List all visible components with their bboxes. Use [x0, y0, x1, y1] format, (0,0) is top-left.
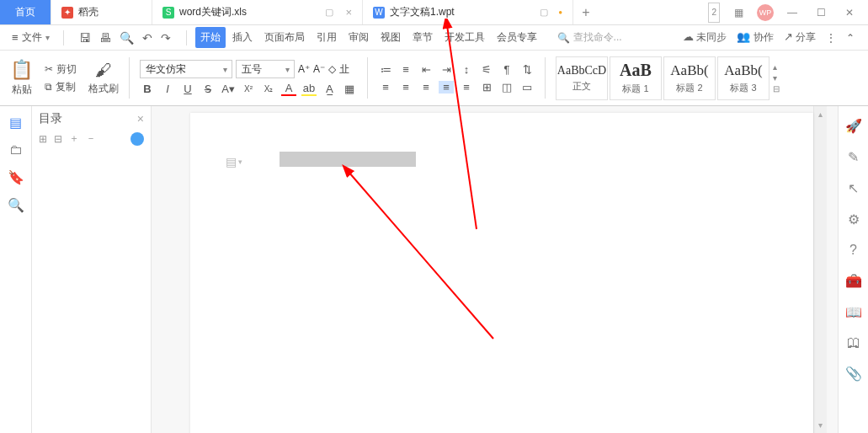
print-icon[interactable]: 🖶 [99, 31, 111, 45]
style-heading2[interactable]: AaBb( 标题 2 [663, 56, 716, 100]
strike-button[interactable]: S̶ [200, 83, 216, 95]
align-center-button[interactable]: ≡ [398, 81, 413, 94]
format-brush-button[interactable]: 🖌 格式刷 [88, 61, 119, 96]
book-icon[interactable]: 📖 [845, 304, 862, 320]
redo-icon[interactable]: ↷ [161, 31, 171, 45]
ribbon-tab-member[interactable]: 会员专享 [492, 27, 542, 48]
font-size-select[interactable]: 五号 [236, 60, 295, 78]
coop-button[interactable]: 👥 协作 [737, 30, 773, 45]
line-spacing-button[interactable]: ↕ [459, 63, 474, 76]
help-icon[interactable]: ? [849, 243, 857, 258]
superscript-button[interactable]: X² [241, 84, 256, 94]
file-menu[interactable]: ≡ 文件 ▾ [7, 28, 55, 47]
increase-font-button[interactable]: A⁺ [298, 63, 310, 75]
rocket-icon[interactable]: 🚀 [845, 118, 862, 134]
subscript-button[interactable]: X₂ [261, 84, 276, 94]
cut-button[interactable]: ✂剪切 [45, 62, 77, 77]
align-left-button[interactable]: ≡ [378, 81, 393, 94]
bullet-list-button[interactable]: ≔ [378, 63, 393, 76]
indent-dec-button[interactable]: ⇤ [418, 63, 434, 76]
show-marks-button[interactable]: ¶ [499, 63, 514, 76]
minimize-button[interactable]: — [782, 3, 802, 23]
translate-icon[interactable]: 🕮 [847, 335, 860, 350]
highlight-button[interactable]: ab [301, 82, 317, 96]
ribbon-tab-start[interactable]: 开始 [195, 27, 226, 48]
char-shading-button[interactable]: ▦ [342, 83, 357, 95]
align-justify-button[interactable]: ≡ [439, 81, 454, 94]
indent-inc-button[interactable]: ⇥ [439, 63, 454, 76]
text-direction-button[interactable]: ⇅ [519, 63, 535, 76]
sync-dot-icon[interactable] [130, 132, 144, 146]
style-scroll[interactable]: ▴ ▾ ⊟ [771, 61, 781, 95]
close-button[interactable]: ✕ [839, 3, 860, 23]
ribbon-tab-reference[interactable]: 引用 [312, 27, 342, 48]
border-button[interactable]: ▭ [519, 81, 535, 94]
bold-button[interactable]: B [140, 83, 155, 95]
scroll-down-icon[interactable]: ▾ [818, 420, 823, 430]
close-icon[interactable]: × [137, 112, 144, 126]
font-more-button[interactable]: A▾ [221, 83, 236, 95]
remove-icon[interactable]: － [86, 131, 96, 146]
grid-icon[interactable]: ▦ [728, 3, 748, 23]
font-color-button[interactable]: A [281, 82, 296, 96]
bookmark-icon[interactable]: 🗀 [9, 142, 23, 158]
save-icon[interactable]: 🖫 [79, 31, 91, 45]
char-border-button[interactable]: A̲ [322, 83, 337, 95]
tab-docer[interactable]: ✦ 稻壳 [51, 0, 152, 24]
number-list-button[interactable]: ≡ [398, 63, 413, 76]
distribute-button[interactable]: ≡ [459, 81, 474, 94]
align-right-button[interactable]: ≡ [418, 81, 434, 94]
expand-icon[interactable]: ⊞ [39, 133, 47, 145]
ribbon-tab-insert[interactable]: 插入 [227, 27, 258, 48]
chevron-down-icon[interactable]: ▾ [773, 73, 780, 83]
clip-icon[interactable]: 📎 [845, 366, 862, 382]
decrease-font-button[interactable]: A⁻ [313, 63, 325, 75]
ribbon-tab-review[interactable]: 审阅 [343, 27, 374, 48]
more-styles-icon[interactable]: ⊟ [773, 84, 780, 94]
command-search[interactable]: 🔍 查找命令... [557, 30, 622, 45]
style-normal[interactable]: AaBbCcD 正文 [556, 56, 608, 100]
outline-icon[interactable]: ▤ [9, 115, 22, 131]
notification-badge[interactable]: 2 [708, 3, 720, 23]
chevron-up-icon[interactable]: ▴ [773, 62, 780, 72]
sort-button[interactable]: ⚟ [479, 63, 494, 76]
ribbon-icon[interactable]: 🔖 [8, 169, 24, 185]
italic-button[interactable]: I [160, 83, 175, 95]
maximize-button[interactable]: ☐ [811, 3, 831, 23]
add-icon[interactable]: ＋ [69, 131, 79, 146]
tab-home[interactable]: 首页 [0, 0, 51, 24]
tab-file-wpt[interactable]: W 文字文稿1.wpt ▢ [363, 0, 573, 24]
scroll-up-icon[interactable]: ▴ [818, 110, 823, 119]
undo-icon[interactable]: ↶ [142, 31, 152, 45]
ribbon-tab-layout[interactable]: 页面布局 [259, 27, 310, 48]
toolbox-icon[interactable]: 🧰 [845, 273, 862, 289]
paste-button[interactable]: 📋 粘贴 [10, 59, 33, 97]
preview-icon[interactable]: 🔍 [120, 31, 134, 45]
avatar[interactable]: WP [757, 4, 774, 21]
clear-format-button[interactable]: ◇ [328, 63, 336, 75]
cursor-icon[interactable]: ↖ [848, 180, 859, 196]
more-icon[interactable]: ⋮ [826, 32, 836, 44]
tab-file-xls[interactable]: S word关键词.xls ▢ × [152, 0, 363, 24]
phonetic-button[interactable]: 㐀 [339, 62, 349, 77]
search-icon[interactable]: 🔍 [8, 197, 24, 213]
ribbon-tab-view[interactable]: 视图 [375, 27, 406, 48]
font-family-select[interactable]: 华文仿宋 [140, 60, 232, 78]
share-button[interactable]: ↗ 分享 [784, 30, 816, 45]
underline-button[interactable]: U [180, 83, 195, 95]
shading-button[interactable]: ◫ [499, 81, 514, 94]
close-icon[interactable]: × [345, 6, 352, 19]
collapse-icon[interactable]: ⌃ [846, 32, 855, 44]
gear-icon[interactable]: ⚙ [848, 211, 860, 227]
style-heading3[interactable]: AaBb( 标题 3 [717, 56, 769, 100]
collapse-icon[interactable]: ⊟ [54, 133, 62, 145]
tab-button[interactable]: ⊞ [479, 81, 494, 94]
new-tab-button[interactable]: + [573, 0, 599, 24]
style-heading1[interactable]: AaB 标题 1 [610, 56, 662, 100]
vertical-scrollbar[interactable]: ▴ ▾ [813, 106, 827, 433]
sync-status[interactable]: ☁ 未同步 [683, 30, 727, 45]
ribbon-tab-section[interactable]: 章节 [407, 27, 438, 48]
ribbon-tab-dev[interactable]: 开发工具 [439, 27, 490, 48]
pen-icon[interactable]: ✎ [848, 149, 859, 165]
copy-button[interactable]: ⧉复制 [45, 80, 77, 94]
